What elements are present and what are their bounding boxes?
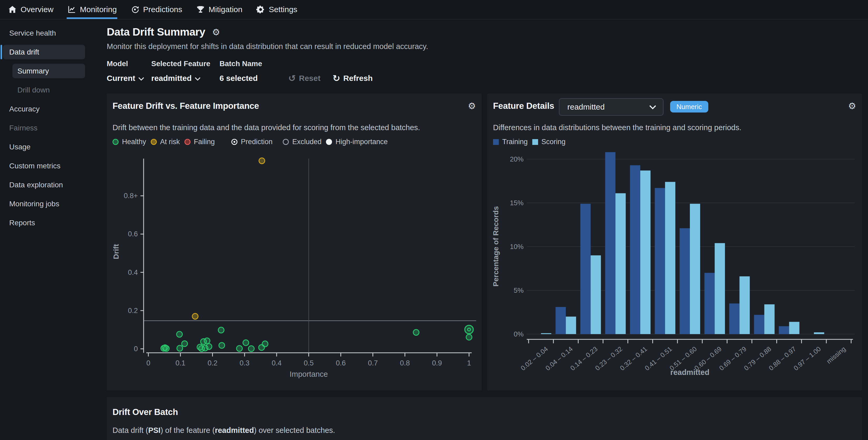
batch-filter-label: Batch Name — [219, 60, 276, 68]
refresh-button[interactable]: ↻ Refresh — [333, 74, 373, 83]
feature-select[interactable]: readmitted — [151, 74, 219, 83]
svg-text:0%: 0% — [514, 330, 524, 338]
svg-text:Percentage of Records: Percentage of Records — [492, 206, 500, 287]
nav-item-settings[interactable]: Settings — [256, 0, 298, 19]
svg-text:1: 1 — [467, 359, 471, 367]
batch-panel-title: Drift Over Batch — [113, 407, 178, 417]
svg-text:0.4: 0.4 — [272, 359, 282, 367]
svg-text:missing: missing — [825, 345, 847, 365]
drift-importance-scatter-chart[interactable]: 00.20.40.60.8+00.10.20.30.40.50.60.70.80… — [107, 94, 482, 390]
top-nav: OverviewMonitoringPredictionsMitigationS… — [0, 0, 868, 20]
svg-text:0.32 – 0.41: 0.32 – 0.41 — [618, 345, 649, 372]
svg-text:0.02 – 0.04: 0.02 – 0.04 — [519, 345, 549, 372]
page-settings-gear-icon[interactable]: ⚙ — [212, 28, 220, 37]
sidebar-item-summary[interactable]: Summary — [12, 64, 85, 78]
svg-text:0.97 – 1.00: 0.97 – 1.00 — [792, 345, 822, 372]
drift-over-batch-panel: Drift Over Batch Data drift (PSI) of the… — [107, 397, 862, 440]
refresh-icon: ↻ — [333, 74, 340, 83]
svg-text:Importance: Importance — [289, 370, 328, 378]
svg-text:Drift: Drift — [112, 244, 120, 259]
svg-text:0.60 – 0.69: 0.60 – 0.69 — [693, 345, 723, 372]
chevron-down-icon — [195, 74, 200, 83]
model-select[interactable]: Current — [107, 74, 151, 83]
reset-button[interactable]: ↺ Reset — [288, 74, 320, 83]
nav-item-mitigation[interactable]: Mitigation — [195, 0, 243, 19]
svg-text:0.79 – 0.88: 0.79 – 0.88 — [743, 345, 773, 372]
svg-text:0.1: 0.1 — [176, 359, 186, 367]
svg-text:readmitted: readmitted — [670, 368, 709, 377]
svg-text:20%: 20% — [510, 155, 524, 163]
monitoring-icon — [67, 5, 76, 14]
chevron-down-icon — [138, 74, 144, 83]
sidebar-item-accuracy[interactable]: Accuracy — [0, 102, 85, 116]
svg-text:0.4: 0.4 — [128, 269, 138, 276]
feature-details-bar-chart[interactable]: 0%5%10%15%20%0.02 – 0.040.04 – 0.140.14 … — [487, 94, 862, 390]
page-title: Data Drift Summary — [107, 26, 205, 38]
svg-text:0.8: 0.8 — [400, 359, 410, 367]
svg-text:0.8+: 0.8+ — [124, 192, 138, 200]
svg-text:0.5: 0.5 — [304, 359, 314, 367]
sidebar-item-fairness[interactable]: Fairness — [0, 121, 85, 135]
svg-text:0.9: 0.9 — [432, 359, 442, 367]
svg-text:0.2: 0.2 — [208, 359, 218, 367]
svg-text:0: 0 — [134, 345, 138, 353]
nav-item-overview[interactable]: Overview — [7, 0, 54, 19]
sidebar-item-monitoring-jobs[interactable]: Monitoring jobs — [0, 196, 85, 211]
nav-item-predictions[interactable]: Predictions — [130, 0, 183, 19]
svg-text:0.7: 0.7 — [368, 359, 378, 367]
svg-text:0.14 – 0.23: 0.14 – 0.23 — [569, 345, 599, 372]
trophy-icon — [196, 5, 205, 14]
svg-text:0.2: 0.2 — [128, 307, 138, 315]
svg-text:0.6: 0.6 — [336, 359, 346, 367]
predictions-icon — [130, 5, 140, 14]
svg-text:5%: 5% — [514, 286, 524, 294]
drift-importance-panel: Feature Drift vs. Feature Importance ⚙ D… — [107, 94, 482, 390]
page-subtitle: Monitor this deployment for shifts in da… — [107, 42, 428, 51]
sidebar-item-service-health[interactable]: Service health — [0, 26, 85, 40]
svg-text:15%: 15% — [510, 199, 524, 207]
gear-icon — [256, 5, 265, 14]
svg-text:0.3: 0.3 — [240, 359, 250, 367]
sidebar-item-data-exploration[interactable]: Data exploration — [0, 178, 85, 192]
svg-text:0.6: 0.6 — [128, 230, 138, 238]
svg-text:0.23 – 0.32: 0.23 – 0.32 — [594, 345, 624, 372]
sidebar-item-reports[interactable]: Reports — [0, 216, 85, 230]
svg-text:0.51 – 0.60: 0.51 – 0.60 — [668, 345, 698, 372]
svg-text:0.41 – 0.51: 0.41 – 0.51 — [643, 345, 673, 372]
sidebar-item-drill-down[interactable]: Drill down — [0, 83, 85, 97]
page-header: Data Drift Summary ⚙ — [107, 26, 220, 38]
batch-select[interactable]: 6 selected — [219, 74, 276, 83]
sidebar-item-usage[interactable]: Usage — [0, 139, 85, 154]
model-filter-label: Model — [107, 60, 151, 68]
home-icon — [8, 5, 17, 14]
filter-bar: Model Current Selected Feature readmitte… — [107, 60, 373, 83]
feature-details-panel: Feature Details readmitted Numeric ⚙ Dif… — [487, 94, 862, 390]
svg-text:0.69 – 0.79: 0.69 – 0.79 — [718, 345, 748, 372]
app-root: OverviewMonitoringPredictionsMitigationS… — [0, 0, 868, 440]
batch-panel-description: Data drift (PSI) of the feature (readmit… — [113, 426, 335, 435]
svg-text:0: 0 — [146, 359, 150, 367]
svg-text:0.88 – 0.97: 0.88 – 0.97 — [767, 345, 797, 372]
svg-text:10%: 10% — [510, 243, 524, 251]
main-content: Data Drift Summary ⚙ Monitor this deploy… — [94, 20, 868, 440]
undo-icon: ↺ — [288, 74, 296, 83]
sidebar-item-data-drift[interactable]: Data drift — [3, 45, 85, 59]
sidebar-item-custom-metrics[interactable]: Custom metrics — [0, 159, 85, 173]
sidebar: Service healthData driftSummaryDrill dow… — [0, 20, 94, 440]
feature-filter-label: Selected Feature — [151, 60, 219, 68]
nav-item-monitoring[interactable]: Monitoring — [67, 0, 117, 19]
svg-text:0.04 – 0.14: 0.04 – 0.14 — [544, 345, 574, 372]
